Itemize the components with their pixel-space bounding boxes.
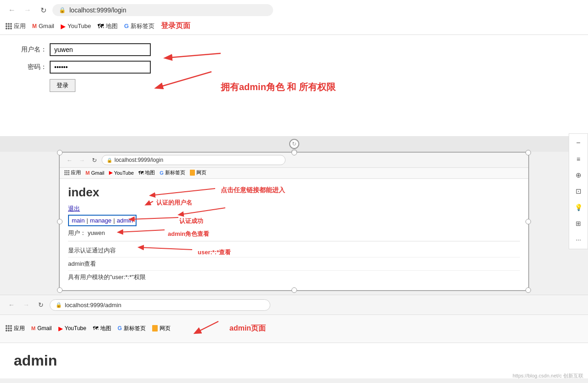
bookmark-google[interactable]: G 新标签页 bbox=[124, 22, 154, 30]
user-perm-item: 具有用户模块的"user:*:*"权限 bbox=[68, 271, 520, 284]
mid-apps-icon bbox=[64, 170, 69, 175]
newtab-label: 新标签页 bbox=[131, 22, 154, 30]
content-divider-1 bbox=[68, 241, 520, 241]
maps-label: 地图 bbox=[106, 22, 118, 30]
admin-role-annotation: admin角色查看 bbox=[168, 230, 209, 238]
mid-maps[interactable]: 🗺 地图 bbox=[138, 169, 155, 176]
nav-manage-link[interactable]: manage bbox=[90, 217, 112, 224]
top-left-handle[interactable] bbox=[57, 150, 63, 155]
username-row: 用户名： bbox=[14, 43, 574, 56]
bot-youtube[interactable]: ▶ YouTube bbox=[58, 325, 86, 332]
mid-youtube-icon: ▶ bbox=[109, 170, 113, 176]
nav-sep-2: | bbox=[114, 217, 115, 224]
index-title: index bbox=[68, 185, 520, 200]
login-section: 用户名： 密码： 登录 拥有admin角色 和 所有权限 bbox=[0, 35, 588, 136]
mid-apps[interactable]: 应用 bbox=[64, 169, 81, 176]
resize-icon[interactable]: ↻ bbox=[289, 139, 299, 149]
bottom-back-btn[interactable]: ← bbox=[6, 299, 17, 311]
mid-apps-label: 应用 bbox=[71, 169, 81, 176]
top-mid-handle[interactable] bbox=[291, 150, 297, 155]
top-right-handle[interactable] bbox=[525, 150, 531, 155]
left-mid-handle[interactable] bbox=[57, 219, 63, 224]
logout-link[interactable]: 退出 bbox=[68, 205, 80, 213]
bot-youtube-icon: ▶ bbox=[58, 325, 63, 332]
bot-apps[interactable]: 应用 bbox=[6, 325, 25, 332]
click-any-link-annotation: 点击任意链接都能进入 bbox=[221, 186, 285, 194]
url-text: localhost:9999/login bbox=[69, 6, 126, 14]
youtube-label: YouTube bbox=[68, 23, 91, 29]
sidebar-minus-btn[interactable]: − bbox=[571, 135, 586, 151]
middle-forward-btn[interactable]: → bbox=[77, 155, 87, 165]
mid-maps-icon: 🗺 bbox=[138, 170, 143, 176]
bottom-right-handle[interactable] bbox=[525, 287, 531, 293]
address-bar[interactable]: 🔒 localhost:9999/login bbox=[52, 4, 273, 16]
bottom-url-text: localhost:9999/admin bbox=[65, 302, 121, 309]
bot-gmail-label: Gmail bbox=[37, 325, 51, 332]
refresh-btn[interactable]: ↻ bbox=[37, 4, 50, 17]
bottom-forward-btn[interactable]: → bbox=[20, 299, 32, 311]
bot-gmail[interactable]: M Gmail bbox=[31, 325, 52, 332]
bottom-address-bar[interactable]: 🔒 localhost:9999/admin bbox=[50, 299, 270, 311]
back-btn[interactable]: ← bbox=[6, 4, 18, 17]
admin-view-item: admin查看 bbox=[68, 257, 520, 271]
mid-newtab-label: 新标签页 bbox=[165, 169, 185, 176]
bot-newtab-label: 新标签页 bbox=[124, 325, 146, 332]
apps-grid-icon bbox=[6, 23, 12, 29]
watermark-text: https://blog.csdn.net/c 创新互联 bbox=[513, 372, 583, 379]
middle-address-bar[interactable]: 🔒 localhost:9999/login bbox=[102, 155, 285, 165]
sidebar-bulb-btn[interactable]: 💡 bbox=[571, 200, 586, 215]
apps-label: 应用 bbox=[14, 22, 26, 30]
bookmark-maps[interactable]: 🗺 地图 bbox=[97, 22, 118, 30]
right-mid-handle[interactable] bbox=[525, 219, 531, 224]
bottom-lock-icon: 🔒 bbox=[56, 302, 62, 308]
mid-gmail-label: Gmail bbox=[91, 170, 104, 176]
sidebar-list-btn[interactable]: ≡ bbox=[571, 151, 586, 167]
bottom-refresh-btn[interactable]: ↻ bbox=[35, 299, 47, 311]
watermark: https://blog.csdn.net/c 创新互联 bbox=[513, 372, 583, 379]
bot-webpage[interactable]: 网页 bbox=[152, 325, 171, 332]
username-label: 用户名： bbox=[14, 46, 47, 54]
bookmark-youtube[interactable]: ▶ YouTube bbox=[61, 23, 91, 30]
mid-gmail[interactable]: M Gmail bbox=[86, 170, 104, 176]
mid-webpage-label: 网页 bbox=[196, 169, 206, 176]
bottom-left-handle[interactable] bbox=[57, 287, 63, 293]
bookmark-apps[interactable]: 应用 bbox=[6, 22, 26, 30]
maps-icon: 🗺 bbox=[97, 23, 104, 30]
username-input[interactable] bbox=[50, 43, 151, 56]
nav-sep-1: | bbox=[86, 217, 88, 224]
resize-separator: ↻ bbox=[0, 136, 588, 152]
middle-back-btn[interactable]: ← bbox=[64, 155, 74, 165]
mid-webpage[interactable]: 网页 bbox=[190, 169, 206, 176]
middle-refresh-btn[interactable]: ↻ bbox=[89, 155, 99, 165]
sidebar-copy-btn[interactable]: ⊞ bbox=[571, 216, 586, 231]
lock-icon: 🔒 bbox=[59, 7, 66, 13]
auth-success-annotation: 认证成功 bbox=[179, 217, 203, 225]
nav-main-link[interactable]: main bbox=[72, 217, 85, 224]
login-button[interactable]: 登录 bbox=[50, 79, 75, 92]
sidebar-more-btn[interactable]: ··· bbox=[571, 232, 586, 247]
mid-webpage-icon bbox=[190, 170, 195, 176]
mid-newtab[interactable]: G 新标签页 bbox=[160, 169, 185, 176]
bookmark-gmail[interactable]: M Gmail bbox=[32, 23, 54, 29]
middle-bookmarks: 应用 M Gmail ▶ YouTube 🗺 地图 G 新标签页 网页 bbox=[60, 168, 528, 179]
google-icon: G bbox=[124, 23, 129, 29]
middle-lock-icon: 🔒 bbox=[107, 158, 112, 163]
nav-admin-link[interactable]: admin bbox=[117, 217, 133, 224]
user-value: yuwen bbox=[88, 229, 105, 236]
bottom-mid-handle[interactable] bbox=[291, 287, 297, 293]
bottom-toolbar: ← → ↻ 🔒 localhost:9999/admin bbox=[0, 295, 588, 315]
sidebar-crop-btn[interactable]: ⊡ bbox=[571, 183, 586, 199]
password-input[interactable] bbox=[50, 61, 151, 74]
mid-gmail-icon: M bbox=[86, 170, 90, 176]
user-info: 用户： yuwen bbox=[68, 229, 520, 237]
bot-maps[interactable]: 🗺 地图 bbox=[93, 325, 111, 332]
forward-btn[interactable]: → bbox=[21, 4, 34, 17]
mid-youtube[interactable]: ▶ YouTube bbox=[109, 170, 134, 176]
nav-links-box: main | manage | admin bbox=[68, 215, 137, 226]
user-perm-annotation: user:*:*查看 bbox=[198, 248, 231, 257]
bot-newtab[interactable]: G 新标签页 bbox=[118, 325, 146, 332]
top-bookmarks: 应用 M Gmail ▶ YouTube 🗺 地图 G 新标签页 登录页面 bbox=[0, 20, 588, 34]
bot-apps-icon bbox=[6, 325, 12, 332]
sidebar-zoom-btn[interactable]: ⊕ bbox=[571, 167, 586, 183]
admin-title: admin bbox=[14, 352, 574, 369]
